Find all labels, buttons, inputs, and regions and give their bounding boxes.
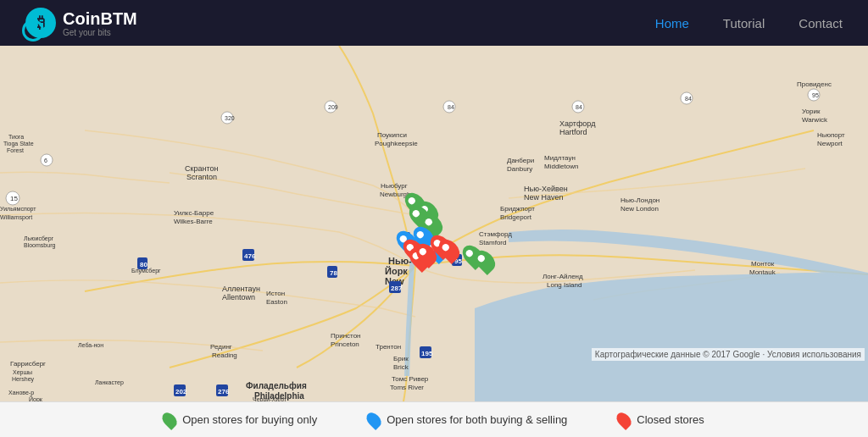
svg-text:Гаррисберг: Гаррисберг (10, 360, 46, 368)
svg-text:Аллентаун: Аллентаун (222, 285, 260, 293)
svg-text:Уорик: Уорик (802, 108, 821, 115)
svg-text:Ханове-р: Ханове-р (8, 390, 34, 396)
svg-text:6: 6 (44, 158, 47, 163)
svg-text:Ньюпорт: Ньюпорт (817, 131, 845, 139)
logo-area: ₿ CoinBTM Get your bits (25, 8, 137, 38)
logo-title: CoinBTM (63, 9, 137, 28)
svg-text:Мидлтаун: Мидлтаун (544, 154, 576, 162)
svg-text:78: 78 (330, 269, 337, 277)
svg-text:Allentown: Allentown (222, 293, 255, 301)
legend-pin-blue (364, 409, 384, 429)
svg-text:Ньюбург: Ньюбург (381, 182, 408, 190)
svg-text:Princeton: Princeton (331, 340, 359, 348)
svg-text:195: 195 (421, 350, 433, 357)
map-attribution: Картографические данные © 2017 Google · … (592, 348, 865, 361)
map-container[interactable]: Нью- Йорк New Филадельфия Philadelphia С… (0, 46, 868, 401)
svg-text:202: 202 (175, 388, 187, 396)
svg-text:Montauk: Montauk (749, 268, 776, 276)
svg-text:Льюисберг: Льюисберг (24, 235, 54, 242)
svg-text:Леба-нон: Леба-нон (78, 342, 103, 348)
nav-contact[interactable]: Contact (798, 16, 843, 30)
svg-text:84: 84 (576, 104, 582, 110)
svg-text:Wilkes-Barre: Wilkes-Barre (174, 218, 213, 225)
legend-pin-green (159, 409, 180, 429)
svg-text:Warwick: Warwick (802, 116, 828, 124)
svg-text:Скрантон: Скрантон (185, 164, 218, 173)
svg-text:Истон: Истон (266, 290, 285, 297)
main-nav: Home Tutorial Contact (655, 16, 843, 30)
svg-text:Reading: Reading (212, 351, 237, 359)
svg-text:Тиога: Тиога (8, 134, 24, 140)
svg-text:Рединг: Рединг (210, 343, 232, 351)
svg-text:Стэмфорд: Стэмфорд (479, 230, 512, 238)
svg-text:Хартфорд: Хартфорд (559, 119, 596, 128)
svg-text:New London: New London (620, 205, 659, 213)
svg-text:New Haven: New Haven (524, 193, 564, 202)
legend-item-red: Closed stores (618, 412, 704, 429)
svg-text:209: 209 (328, 104, 338, 110)
svg-text:276: 276 (218, 388, 230, 396)
svg-text:Forest: Forest (7, 147, 24, 153)
svg-text:Bridgeport: Bridgeport (500, 213, 532, 221)
svg-text:476: 476 (244, 252, 256, 260)
svg-text:Williamsport: Williamsport (0, 214, 32, 221)
nav-home[interactable]: Home (655, 16, 689, 30)
svg-text:Томс Ривер: Томс Ривер (392, 375, 429, 383)
svg-text:Йорк: Йорк (29, 396, 43, 401)
svg-text:Принстон: Принстон (331, 332, 361, 340)
legend-label-red: Closed stores (637, 413, 704, 426)
legend-label-blue: Open stores for both buying & selling (387, 413, 567, 426)
svg-text:Брик: Брик (393, 355, 409, 362)
header: ₿ CoinBTM Get your bits Home Tutorial Co… (0, 0, 868, 46)
svg-text:Long Island: Long Island (547, 281, 581, 289)
svg-text:Brick: Brick (393, 363, 409, 371)
svg-text:Toms River: Toms River (390, 384, 424, 391)
logo-subtitle: Get your bits (63, 28, 137, 37)
svg-text:Йорк: Йорк (385, 266, 408, 276)
svg-text:320: 320 (225, 115, 235, 121)
svg-text:Монток: Монток (751, 260, 775, 268)
svg-text:Easton: Easton (266, 298, 287, 306)
svg-text:95: 95 (812, 92, 819, 98)
svg-text:Middletown: Middletown (544, 163, 578, 170)
svg-text:Poughkeepsie: Poughkeepsie (375, 140, 418, 147)
legend-pin-red (614, 409, 634, 429)
svg-text:80: 80 (140, 261, 147, 268)
svg-text:Hershey: Hershey (12, 376, 35, 383)
legend-bar: Open stores for buying only Open stores … (0, 401, 868, 437)
svg-text:84: 84 (448, 104, 454, 110)
svg-text:Данбери: Данбери (507, 157, 534, 164)
svg-text:Бриджпорт: Бриджпорт (500, 205, 535, 213)
svg-text:Tioga State: Tioga State (3, 141, 34, 147)
svg-text:Поукипси: Поукипси (377, 131, 407, 139)
svg-text:84: 84 (685, 96, 692, 102)
svg-text:Bloomsburg: Bloomsburg (24, 242, 55, 249)
logo-icon: ₿ (25, 8, 56, 38)
svg-text:Провиденс: Провиденс (797, 80, 832, 88)
svg-text:Scranton: Scranton (186, 173, 217, 181)
svg-text:Хершы: Хершы (13, 369, 32, 376)
svg-text:Hartford: Hartford (559, 128, 587, 136)
svg-text:Трентон: Трентон (376, 343, 401, 351)
svg-text:Danbury: Danbury (507, 165, 532, 173)
svg-text:Филадельфия: Филадельфия (246, 381, 307, 390)
svg-text:Нью-Лондон: Нью-Лондон (620, 196, 659, 204)
svg-text:Stamford: Stamford (479, 239, 506, 246)
svg-text:Уилкс-Барре: Уилкс-Барре (174, 209, 214, 217)
legend-label-green: Open stores for buying only (182, 413, 317, 426)
nav-tutorial[interactable]: Tutorial (723, 16, 765, 30)
svg-text:Ланкастер: Ланкастер (95, 379, 124, 386)
legend-item-green: Open stores for buying only (164, 412, 317, 429)
svg-text:Newport: Newport (817, 140, 843, 147)
svg-text:Лонг-Айленд: Лонг-Айленд (542, 273, 583, 280)
svg-text:Нью-Хейвен: Нью-Хейвен (524, 185, 568, 193)
svg-text:287: 287 (391, 285, 403, 292)
svg-text:15: 15 (10, 195, 18, 202)
logo-text-wrap: CoinBTM Get your bits (63, 9, 137, 37)
legend-item-blue: Open stores for both buying & selling (368, 412, 567, 429)
svg-text:Уильямспорт: Уильямспорт (0, 206, 36, 213)
